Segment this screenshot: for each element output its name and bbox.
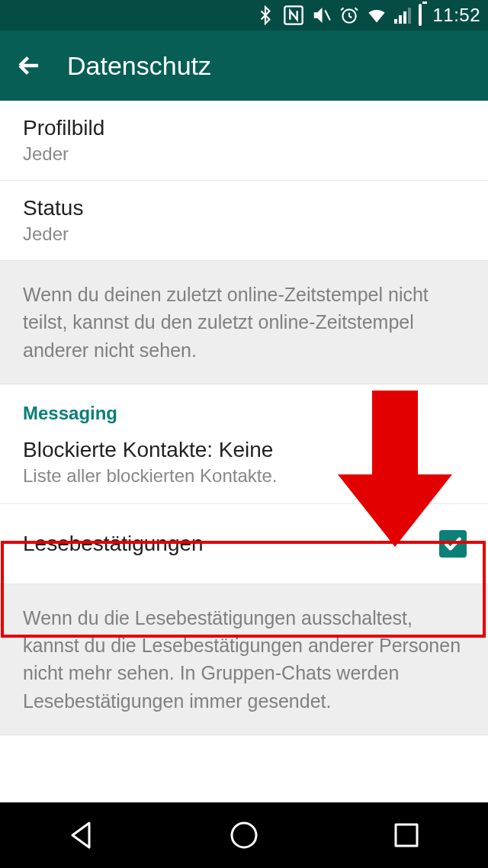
setting-title: Status xyxy=(23,196,465,220)
bluetooth-icon xyxy=(255,5,275,25)
info-lastseen: Wenn du deinen zuletzt online-Zeitstempe… xyxy=(0,261,488,384)
setting-status[interactable]: Status Jeder xyxy=(0,181,488,261)
back-button[interactable] xyxy=(15,52,43,79)
nfc-icon xyxy=(283,5,304,26)
android-nav-bar xyxy=(0,802,488,868)
setting-subtitle: Liste aller blockierten Kontakte. xyxy=(23,465,465,487)
nav-home-button[interactable] xyxy=(227,818,261,852)
android-status-bar: 11:52 xyxy=(0,0,488,31)
signal-icon xyxy=(394,7,411,24)
read-receipts-checkbox[interactable] xyxy=(439,530,467,558)
info-readreceipts: Wenn du die Lesebestätigungen ausschalte… xyxy=(0,584,488,735)
svg-point-3 xyxy=(232,823,256,847)
alarm-icon xyxy=(339,5,359,25)
setting-read-receipts[interactable]: Lesebestätigungen xyxy=(0,504,488,584)
battery-icon xyxy=(419,5,422,25)
svg-rect-4 xyxy=(396,825,417,846)
setting-value: Jeder xyxy=(23,143,465,165)
setting-title: Lesebestätigungen xyxy=(23,532,204,556)
app-bar: Datenschutz xyxy=(0,31,488,101)
setting-title: Profilbild xyxy=(23,116,465,140)
setting-title: Blockierte Kontakte: Keine xyxy=(23,438,465,462)
svg-line-1 xyxy=(326,11,331,21)
settings-content: Profilbild Jeder Status Jeder Wenn du de… xyxy=(0,101,488,735)
nav-recent-button[interactable] xyxy=(390,818,423,852)
setting-profilepic[interactable]: Profilbild Jeder xyxy=(0,101,488,181)
mute-icon xyxy=(312,5,332,25)
nav-back-button[interactable] xyxy=(65,818,98,852)
setting-value: Jeder xyxy=(23,223,465,245)
wifi-icon xyxy=(367,5,387,25)
status-clock: 11:52 xyxy=(432,5,480,26)
page-title: Datenschutz xyxy=(67,51,211,81)
section-header-messaging: Messaging xyxy=(0,384,488,424)
setting-blocked-contacts[interactable]: Blockierte Kontakte: Keine Liste aller b… xyxy=(0,424,488,504)
